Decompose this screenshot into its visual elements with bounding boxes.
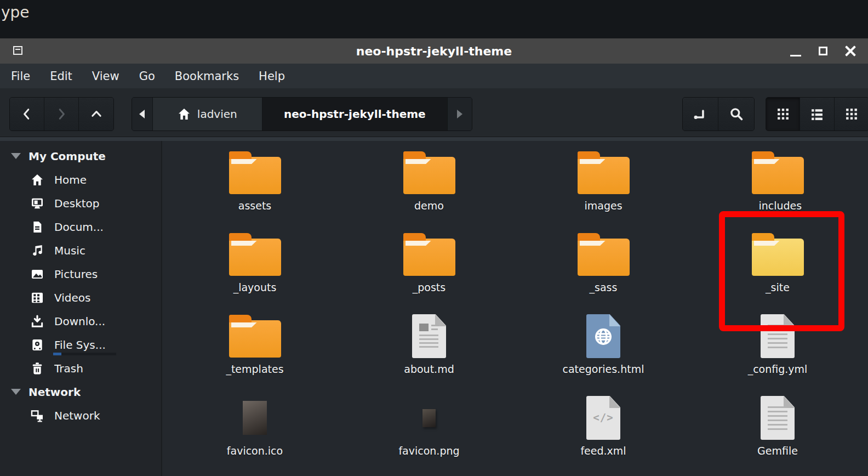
sidebar-item-label: File Sys... (54, 338, 106, 352)
window-menu-icon[interactable] (13, 46, 22, 55)
breadcrumb-current-segment[interactable]: neo-hpstr-jekyll-theme (262, 98, 448, 131)
file-tile-includes[interactable]: _includes (690, 148, 865, 229)
sidebar-item-videos[interactable]: Videos (0, 286, 161, 309)
list-view-icon (811, 108, 823, 120)
desktop-background-text: ype (1, 3, 30, 21)
sidebar-item-label: Home (54, 173, 87, 186)
sidebar-section-network[interactable]: Network (0, 380, 161, 404)
folder-icon (403, 233, 455, 276)
videos-icon (30, 291, 44, 305)
file-tile-layouts[interactable]: _layouts (168, 229, 342, 311)
desktop-icon (30, 196, 44, 211)
breadcrumb-scroll-left-button[interactable] (132, 98, 153, 131)
window-title: neo-hpstr-jekyll-theme (356, 44, 512, 58)
file-tile-categories-html[interactable]: categories.html (516, 311, 690, 393)
window-content: My Compute Home Desktop (0, 141, 868, 476)
sidebar-item-downloads[interactable]: Downlo... (0, 309, 161, 333)
icon-view-button[interactable] (766, 98, 800, 131)
folder-icon (578, 233, 630, 276)
music-icon (30, 243, 44, 258)
image-thumbnail (243, 401, 267, 435)
icon-view-icon (777, 108, 789, 120)
pictures-icon (30, 267, 44, 281)
toggle-location-bar-button[interactable] (683, 98, 718, 131)
filesystem-drive-icon (30, 338, 44, 352)
breadcrumb-scroll-right-button[interactable] (448, 98, 472, 131)
sidebar-item-label: Docum... (54, 220, 104, 234)
file-grid-view: assets demo images _includes (162, 141, 868, 476)
file-name: about.md (404, 363, 454, 375)
back-button[interactable] (10, 98, 44, 131)
file-name: Gemfile (757, 445, 798, 457)
html-document-icon (586, 314, 620, 358)
folder-icon (752, 151, 804, 194)
maximize-button[interactable] (813, 40, 833, 62)
file-tile-assets[interactable]: assets (168, 148, 342, 229)
breadcrumb: ladvien neo-hpstr-jekyll-theme (132, 97, 472, 131)
forward-icon (55, 107, 67, 121)
folder-icon (229, 315, 281, 358)
file-tile-images[interactable]: images (516, 148, 690, 229)
compact-view-icon (846, 108, 858, 120)
location-entry-icon (693, 107, 707, 121)
menu-view[interactable]: View (91, 69, 121, 84)
text-document-icon (761, 314, 795, 358)
file-tile-feed-xml[interactable]: </> feed.xml (516, 393, 690, 474)
network-icon (30, 409, 44, 423)
menu-edit[interactable]: Edit (49, 69, 73, 84)
file-tile-about-md[interactable]: about.md (342, 311, 516, 393)
sidebar-item-music[interactable]: Music (0, 239, 161, 262)
toolbar: ladvien neo-hpstr-jekyll-theme (0, 88, 868, 137)
markdown-document-icon (412, 314, 446, 358)
file-tile-gemfile[interactable]: Gemfile (690, 393, 865, 474)
sidebar-item-home[interactable]: Home (0, 168, 161, 191)
file-tile-favicon-png[interactable]: favicon.png (342, 393, 516, 474)
sidebar-section-my-computer[interactable]: My Compute (0, 144, 161, 168)
sidebar-item-filesystem[interactable]: File Sys... (0, 333, 161, 356)
breadcrumb-home-segment[interactable]: ladvien (153, 98, 262, 131)
file-tile-config-yml[interactable]: _config.yml (690, 311, 865, 393)
file-name: _sass (590, 281, 618, 293)
search-button[interactable] (718, 98, 754, 131)
file-tile-templates[interactable]: _templates (168, 311, 342, 393)
sidebar-item-label: Trash (54, 362, 83, 375)
menu-go[interactable]: Go (138, 69, 156, 84)
breadcrumb-current-label: neo-hpstr-jekyll-theme (284, 107, 426, 121)
compact-view-button[interactable] (835, 98, 868, 131)
sidebar-item-documents[interactable]: Docum... (0, 215, 161, 239)
file-name: _templates (226, 363, 283, 375)
code-glyph: </> (586, 411, 620, 423)
file-tile-site[interactable]: _site (690, 229, 865, 311)
minimize-button[interactable] (786, 40, 806, 62)
expander-triangle-icon[interactable] (11, 389, 21, 395)
list-view-button[interactable] (800, 98, 834, 131)
file-name: assets (238, 200, 271, 212)
menu-file[interactable]: File (10, 69, 31, 84)
sidebar-section-label: My Compute (28, 150, 106, 163)
close-button[interactable] (841, 40, 860, 62)
up-button[interactable] (79, 98, 113, 131)
triangle-right-icon (457, 110, 462, 118)
disk-usage-fill (53, 353, 61, 355)
menu-bookmarks[interactable]: Bookmarks (174, 69, 240, 84)
file-tile-favicon-ico[interactable]: favicon.ico (168, 393, 342, 474)
sidebar-item-network[interactable]: Network (0, 404, 161, 427)
sidebar-item-pictures[interactable]: Pictures (0, 262, 161, 286)
forward-button[interactable] (44, 98, 79, 131)
file-tile-posts[interactable]: _posts (342, 229, 516, 311)
document-icon (30, 220, 44, 234)
desktop-background: ype (0, 0, 868, 38)
sidebar: My Compute Home Desktop (0, 141, 162, 476)
menu-help[interactable]: Help (258, 69, 286, 84)
file-tile-demo[interactable]: demo (342, 148, 516, 229)
file-tile-sass[interactable]: _sass (516, 229, 690, 311)
folder-highlighted-icon (752, 233, 804, 276)
sidebar-item-trash[interactable]: Trash (0, 356, 161, 380)
sidebar-item-label: Pictures (54, 268, 98, 281)
maximize-icon (819, 47, 827, 55)
expander-triangle-icon[interactable] (11, 153, 21, 159)
sidebar-item-desktop[interactable]: Desktop (0, 191, 161, 215)
file-name: _includes (753, 200, 802, 212)
triangle-left-icon (139, 110, 145, 118)
file-name: _site (766, 281, 790, 293)
